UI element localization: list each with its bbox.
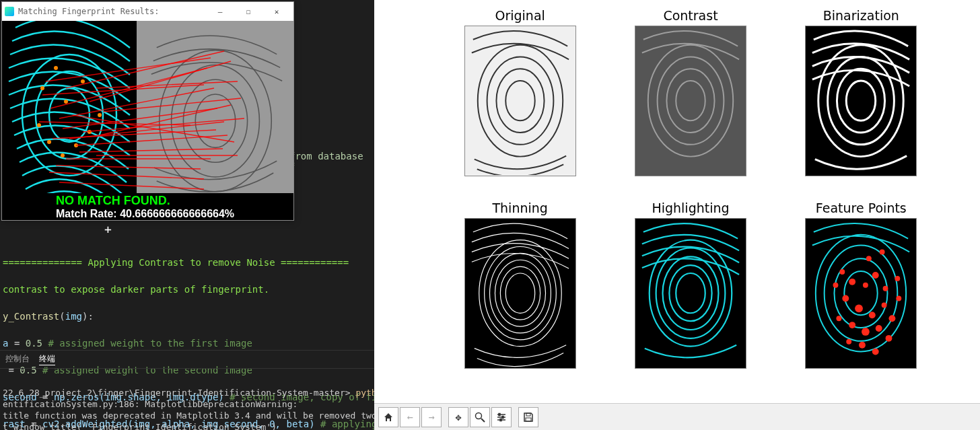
no-match-label: NO MATCH FOUND. (56, 194, 293, 208)
svg-point-3 (37, 123, 41, 127)
plot-feature-points (805, 218, 917, 369)
svg-point-69 (863, 282, 868, 287)
crosshair-cursor-icon: + (104, 222, 112, 236)
editor-and-terminal-panel: Matching Fingerprint Results: — ☐ ✕ (0, 0, 374, 430)
terminal-line: entificationSystem.py:186: MatplotlibDep… (3, 399, 298, 409)
zoom-icon[interactable] (470, 407, 490, 427)
svg-point-43 (477, 45, 562, 157)
plot-title: Original (495, 8, 545, 23)
svg-point-70 (872, 272, 879, 279)
matplotlib-figure-window: Original Contrast Binarization (374, 0, 980, 430)
minimize-button[interactable]: — (206, 4, 234, 19)
svg-point-87 (895, 275, 901, 281)
svg-point-6 (74, 143, 78, 147)
svg-point-80 (886, 334, 893, 341)
terminal-line: 22_6_28_project_2\finger\Fingerprint-Ide… (3, 388, 374, 398)
code-line: y_Contrast(img): (3, 310, 374, 323)
svg-point-66 (816, 234, 906, 351)
svg-point-40 (505, 81, 534, 120)
close-button[interactable]: ✕ (262, 4, 291, 19)
svg-point-44 (676, 81, 705, 120)
svg-point-5 (61, 153, 65, 157)
svg-point-90 (476, 413, 482, 419)
forward-icon[interactable]: → (421, 407, 442, 427)
svg-point-68 (849, 278, 856, 285)
svg-point-45 (666, 69, 714, 133)
match-rate-label: Match Rate: 40.666666666666664% (56, 208, 293, 220)
plot-title: Thinning (492, 201, 547, 215)
svg-point-55 (489, 253, 551, 333)
svg-point-12 (81, 79, 85, 83)
popup-titlebar[interactable]: Matching Fingerprint Results: — ☐ ✕ (2, 2, 293, 21)
query-fingerprint (2, 21, 137, 213)
code-line: a = 0.5 # assigned weight to the first i… (3, 336, 374, 350)
svg-point-4 (47, 140, 51, 144)
svg-point-83 (847, 338, 852, 344)
svg-point-73 (855, 304, 863, 312)
svg-point-79 (876, 325, 882, 332)
home-icon[interactable] (378, 407, 398, 427)
svg-point-72 (843, 295, 849, 301)
svg-point-60 (662, 256, 718, 330)
svg-line-91 (481, 419, 485, 422)
tab-terminal[interactable]: 终端 (39, 353, 55, 365)
svg-point-82 (872, 348, 879, 355)
matplotlib-toolbar: ← → ✥ (374, 403, 980, 430)
svg-point-9 (40, 86, 44, 90)
code-line: ============== Applying Contrast to remo… (3, 256, 374, 269)
svg-point-11 (54, 66, 58, 70)
svg-point-64 (835, 258, 888, 328)
plot-original (464, 26, 576, 176)
svg-rect-97 (500, 419, 501, 421)
svg-point-1 (36, 71, 103, 159)
svg-point-81 (859, 341, 866, 348)
svg-point-58 (676, 273, 705, 313)
plot-title: Feature Points (816, 201, 907, 215)
svg-point-76 (889, 315, 896, 322)
svg-point-89 (880, 249, 885, 254)
plot-binarization (805, 26, 917, 176)
popup-title: Matching Fingerprint Results: (18, 7, 206, 16)
save-icon[interactable] (518, 407, 538, 427)
terminal-output[interactable]: 22_6_28_project_2\finger\Fingerprint-Ide… (0, 375, 374, 430)
svg-point-61 (656, 248, 726, 338)
terminal-line: t_window_title(' Fingerprint Identificat… (3, 422, 277, 430)
plot-title: Contrast (663, 8, 718, 23)
svg-point-75 (882, 302, 887, 308)
code-line: contrast to expose darker parts of finge… (3, 283, 374, 296)
svg-point-65 (825, 245, 898, 341)
plot-title: Highlighting (652, 201, 729, 215)
subplots-config-icon[interactable] (491, 407, 512, 427)
match-image-area: NO MATCH FOUND. Match Rate: 40.666666666… (2, 21, 293, 220)
tab-console[interactable]: 控制台 (5, 353, 30, 365)
svg-point-53 (500, 266, 540, 320)
svg-point-71 (883, 285, 888, 291)
svg-point-49 (837, 69, 885, 133)
back-icon[interactable]: ← (400, 407, 420, 427)
svg-point-88 (866, 256, 872, 261)
terminal-line: title function was deprecated in Matplot… (3, 410, 374, 421)
svg-rect-95 (499, 413, 500, 415)
plot-highlighting (635, 218, 746, 369)
svg-point-47 (648, 45, 733, 157)
svg-point-52 (505, 273, 534, 313)
svg-point-7 (88, 130, 92, 134)
app-icon (5, 7, 14, 16)
svg-point-0 (49, 88, 90, 142)
partial-code-text: from database f (289, 151, 374, 172)
svg-point-84 (897, 295, 902, 301)
pan-icon[interactable]: ✥ (448, 407, 468, 427)
plot-thinning (464, 218, 576, 369)
plot-title: Binarization (823, 8, 899, 23)
figure-grid: Original Contrast Binarization (374, 0, 980, 403)
candidate-fingerprint (137, 21, 293, 213)
svg-point-77 (849, 322, 856, 328)
maximize-button[interactable]: ☐ (234, 4, 262, 19)
svg-point-41 (496, 69, 544, 133)
svg-rect-96 (502, 416, 503, 418)
svg-point-10 (98, 113, 102, 117)
svg-point-54 (495, 260, 545, 326)
svg-point-85 (833, 282, 839, 287)
bottom-panel-tabs: 控制台 终端 (0, 350, 374, 369)
svg-point-51 (818, 45, 903, 157)
